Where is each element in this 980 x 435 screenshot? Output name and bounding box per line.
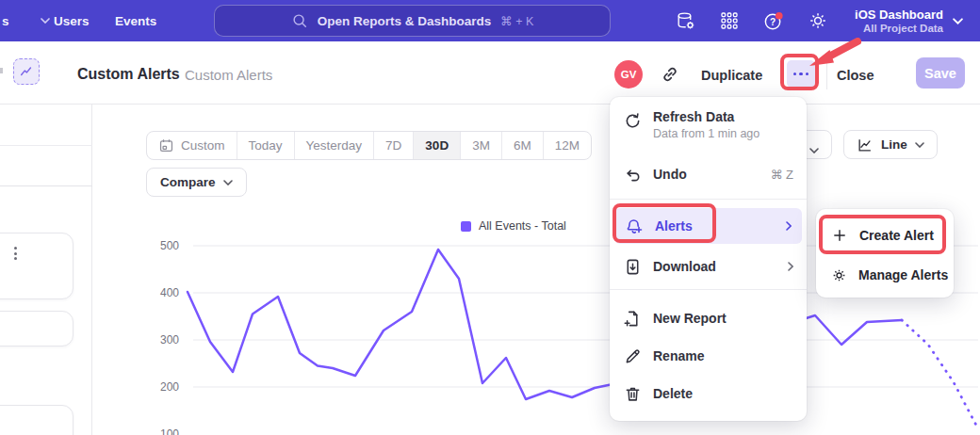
svg-text:100: 100 — [160, 427, 179, 435]
nav-item-events[interactable]: Events — [115, 0, 156, 41]
submenu-item-create-alert[interactable]: Create Alert — [816, 217, 954, 254]
svg-text:500: 500 — [160, 239, 179, 252]
range-7d[interactable]: 7D — [373, 132, 413, 159]
menu-item-refresh-data[interactable]: Refresh Data Data from 1 min ago — [610, 105, 807, 150]
project-scope: All Project Data — [855, 22, 943, 35]
metric-card[interactable] — [0, 233, 74, 299]
ellipsis-icon — [793, 72, 797, 76]
save-button[interactable]: Save — [916, 57, 965, 89]
menu-item-alerts[interactable]: Alerts — [614, 208, 802, 244]
menu-item-download[interactable]: Download — [610, 250, 807, 283]
nav-item-users[interactable]: Users — [54, 0, 90, 41]
refresh-status: Data from 1 min ago — [653, 127, 760, 140]
range-30d-selected[interactable]: 30D — [413, 132, 460, 159]
search-input[interactable]: Open Reports & Dashboards ⌘ + K — [214, 5, 611, 37]
bell-plus-icon — [625, 217, 644, 235]
search-shortcut: ⌘ + K — [500, 14, 533, 28]
chevron-right-icon — [786, 221, 792, 231]
range-today[interactable]: Today — [237, 132, 294, 159]
range-custom[interactable]: Custom — [147, 132, 237, 159]
report-type-icon — [13, 58, 40, 85]
clipped-element — [0, 68, 3, 73]
trash-icon — [623, 384, 642, 403]
plus-icon — [831, 227, 848, 244]
gear-icon — [831, 266, 847, 283]
help-icon[interactable]: ? — [762, 9, 785, 32]
chevron-down-icon — [915, 142, 924, 148]
menu-item-rename[interactable]: Rename — [610, 338, 807, 374]
divider — [610, 289, 807, 290]
chevron-right-icon — [788, 262, 793, 271]
more-options-button[interactable] — [787, 60, 815, 88]
svg-text:200: 200 — [160, 380, 179, 394]
share-link-button[interactable] — [661, 65, 679, 84]
line-chart-icon — [19, 64, 34, 79]
left-rail — [0, 105, 92, 435]
submenu-item-manage-alerts[interactable]: Manage Alerts — [816, 256, 954, 294]
pencil-icon — [623, 346, 642, 365]
divider — [610, 199, 807, 200]
settings-gear-icon[interactable] — [807, 9, 829, 32]
duplicate-button[interactable]: Duplicate — [701, 68, 762, 83]
svg-text:400: 400 — [160, 286, 179, 299]
top-nav: s Users Events Open Reports & Dashboards… — [0, 0, 980, 41]
compare-button[interactable]: Compare — [146, 168, 247, 197]
divider — [0, 185, 92, 186]
date-range-control: Custom Today Yesterday 7D 30D 3M 6M 12M — [146, 131, 592, 160]
download-icon — [623, 257, 642, 276]
metric-card[interactable] — [0, 405, 74, 435]
chevron-down-icon — [953, 18, 963, 24]
notification-dot — [776, 11, 783, 19]
kebab-menu-icon[interactable] — [8, 243, 22, 264]
legend-item[interactable]: All Events - Total — [461, 219, 566, 233]
nav-item-truncated-label: s — [2, 14, 9, 28]
menu-item-delete[interactable]: Delete — [610, 376, 807, 411]
chevron-down-icon — [223, 180, 233, 185]
range-6m[interactable]: 6M — [501, 132, 543, 159]
close-button[interactable]: Close — [837, 68, 874, 83]
search-placeholder: Open Reports & Dashboards — [318, 14, 492, 28]
calendar-icon — [158, 137, 174, 153]
report-header: Custom Alerts Custom Alerts GV Duplicate… — [0, 41, 980, 105]
app-window: s Users Events Open Reports & Dashboards… — [0, 0, 980, 435]
menu-item-undo[interactable]: Undo ⌘ Z — [610, 157, 807, 191]
breadcrumb: Custom Alerts — [185, 67, 272, 83]
avatar[interactable]: GV — [614, 60, 643, 89]
apps-grid-icon[interactable] — [718, 9, 741, 32]
link-icon — [661, 65, 679, 84]
nav-item-truncated[interactable]: s — [2, 0, 50, 41]
undo-icon — [623, 165, 642, 184]
legend-label: All Events - Total — [479, 219, 566, 233]
refresh-icon — [623, 111, 642, 130]
alerts-submenu: Create Alert Manage Alerts — [816, 209, 954, 298]
line-chart-icon — [857, 137, 874, 153]
context-menu: Refresh Data Data from 1 min ago Undo ⌘ … — [610, 97, 807, 421]
page-title: Custom Alerts — [77, 66, 180, 83]
chevron-down-icon — [809, 148, 819, 153]
divider — [826, 59, 827, 89]
svg-text:300: 300 — [160, 333, 179, 346]
metric-card[interactable] — [0, 311, 74, 346]
legend-swatch — [461, 221, 471, 232]
menu-item-new-report[interactable]: New Report — [610, 300, 807, 336]
undo-shortcut: ⌘ Z — [770, 168, 793, 182]
range-3m[interactable]: 3M — [460, 132, 501, 159]
range-yesterday[interactable]: Yesterday — [294, 132, 374, 159]
project-switcher[interactable]: iOS Dashboard All Project Data — [855, 0, 963, 41]
search-icon — [291, 12, 308, 29]
data-management-icon[interactable] — [674, 9, 696, 32]
chart-type-button[interactable]: Line — [843, 130, 938, 159]
project-name: iOS Dashboard — [855, 8, 943, 22]
chevron-down-icon — [41, 18, 50, 24]
svg-text:?: ? — [770, 16, 776, 26]
divider — [0, 145, 92, 146]
new-report-icon — [623, 309, 642, 328]
range-12m[interactable]: 12M — [543, 132, 591, 159]
